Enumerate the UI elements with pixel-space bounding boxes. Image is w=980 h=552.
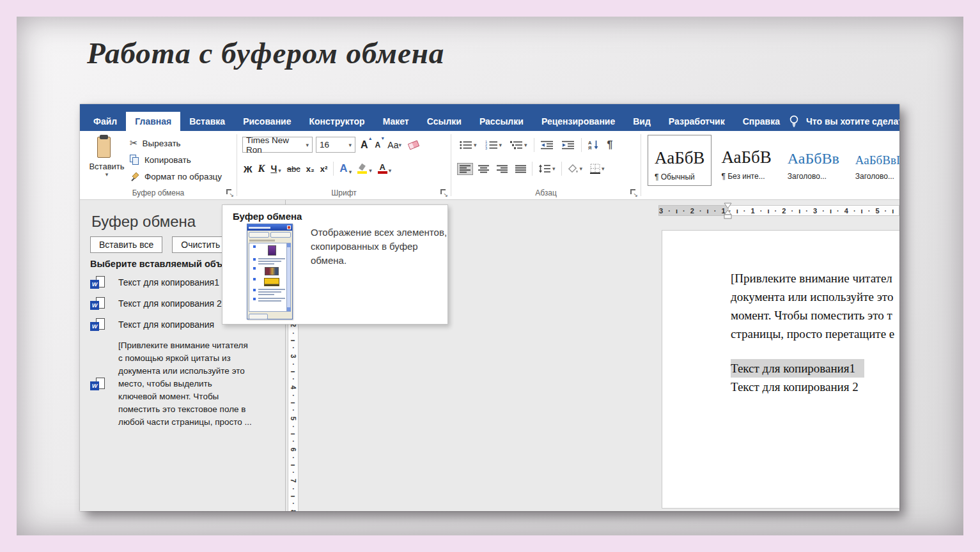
copy-button[interactable]: Копировать	[130, 151, 222, 168]
tell-me-box[interactable]: Что вы хотите сделать?	[789, 112, 899, 131]
bold-button[interactable]: Ж	[244, 164, 253, 174]
tab-view[interactable]: Вид	[624, 112, 660, 131]
tooltip-description: Отображение всех элементов, скопированны…	[311, 226, 448, 268]
word-document-icon: W	[90, 297, 105, 310]
clipboard-thumbnail	[247, 224, 293, 319]
chevron-down-icon: ▾	[474, 142, 477, 148]
doc-line: [Привлеките внимание читател	[731, 269, 894, 288]
style-sample: АаБбВв	[788, 138, 839, 167]
show-marks-button[interactable]: ¶	[605, 138, 615, 152]
lightbulb-icon	[789, 114, 799, 128]
subscript-button[interactable]: x₂	[306, 164, 315, 174]
style-heading2[interactable]: АаБбВвГ Заголово...	[849, 135, 899, 186]
thumbnail-titlebar	[247, 224, 292, 231]
tab-help[interactable]: Справка	[734, 112, 789, 131]
style-label: ¶ Без инте...	[721, 172, 771, 181]
shading-button[interactable]: ▾	[566, 163, 585, 175]
paste-button[interactable]: Вставить ▾	[87, 134, 127, 188]
borders-button[interactable]: ▾	[588, 162, 607, 175]
style-normal[interactable]: АаБбВ ¶ Обычный	[648, 135, 712, 186]
word-document-icon: W	[90, 318, 105, 331]
indent-icon	[562, 141, 575, 150]
paragraph-dialog-launcher[interactable]	[630, 189, 637, 196]
chevron-down-icon: ▾	[399, 142, 402, 148]
svg-text:3: 3	[485, 146, 487, 150]
paste-label: Вставить	[87, 162, 127, 171]
clipboard-dialog-launcher[interactable]	[226, 189, 233, 196]
thumb-text-item	[254, 258, 285, 264]
ribbon-tab-bar: Файл Главная Вставка Рисование Конструкт…	[80, 104, 899, 131]
brush-icon	[130, 171, 140, 181]
button-divider	[581, 138, 582, 152]
align-center-button[interactable]	[476, 164, 491, 174]
style-no-spacing[interactable]: АаБбВ ¶ Без инте...	[715, 135, 777, 186]
justify-button[interactable]	[513, 164, 528, 174]
tab-design[interactable]: Конструктор	[300, 112, 373, 131]
numbering-button[interactable]: 123 ▾	[483, 139, 504, 151]
button-divider	[561, 162, 562, 176]
indent-markers[interactable]	[723, 203, 733, 219]
text-effects-button[interactable]: А ▾	[339, 162, 352, 175]
tab-developer[interactable]: Разработчик	[660, 112, 734, 131]
horizontal-ruler[interactable]: 3 · ı · 2 · ı · 1 · ı · ı · 1 · ı · 2 · …	[658, 203, 899, 217]
italic-button[interactable]: К	[258, 163, 265, 174]
decrease-indent-button[interactable]	[539, 139, 556, 151]
strikethrough-button[interactable]: abc	[287, 164, 300, 174]
thumb-scrollbar	[286, 243, 290, 311]
tab-draw[interactable]: Рисование	[234, 112, 300, 131]
borders-icon	[590, 164, 600, 174]
highlight-color-button[interactable]: ▾	[357, 164, 372, 174]
line-spacing-icon	[538, 164, 551, 173]
shrink-font-button[interactable]: А ▼	[373, 137, 383, 153]
text-effects-letter: А	[339, 162, 347, 175]
style-heading1[interactable]: АаБбВв Заголово...	[781, 135, 846, 186]
font-color-button[interactable]: А ▾	[378, 164, 392, 174]
style-label: ¶ Обычный	[655, 172, 704, 181]
chevron-down-icon: ▾	[87, 171, 127, 178]
paste-all-button[interactable]: Вставить все	[90, 236, 162, 253]
line-spacing-button[interactable]: ▾	[536, 163, 557, 174]
clear-formatting-button[interactable]	[407, 137, 421, 153]
thumb-options-button	[249, 314, 268, 319]
font-dialog-launcher[interactable]	[440, 189, 447, 196]
align-right-button[interactable]	[495, 164, 509, 174]
thumb-image	[265, 267, 279, 275]
button-divider	[532, 162, 533, 176]
tab-file[interactable]: Файл	[84, 112, 126, 131]
align-right-icon	[497, 165, 508, 173]
tab-review[interactable]: Рецензирование	[533, 112, 624, 131]
tooltip-title: Буфер обмена	[233, 211, 302, 222]
multilevel-list-icon	[510, 141, 523, 150]
change-case-button[interactable]: Аа ▾	[385, 137, 403, 153]
selected-text[interactable]: Текст для копирования1	[731, 359, 864, 378]
svg-text:Я: Я	[588, 145, 591, 150]
format-painter-button[interactable]: Формат по образцу	[130, 168, 222, 185]
align-left-button[interactable]	[458, 164, 472, 174]
clipboard-item-4[interactable]: W [Привлеките внимание читателя с помощь…	[90, 339, 280, 429]
font-size-combo[interactable]: 16 ▾	[316, 137, 355, 153]
chevron-down-icon: ▾	[349, 169, 352, 175]
cut-label: Вырезать	[143, 139, 181, 148]
clipboard-item-text: Текст для копирования1	[118, 277, 219, 288]
bullets-button[interactable]: ▾	[458, 139, 479, 151]
document-page[interactable]: [Привлеките внимание читател документа и…	[662, 230, 899, 509]
tab-layout[interactable]: Макет	[374, 112, 418, 131]
sort-button[interactable]: АЯ	[586, 139, 601, 151]
increase-indent-button[interactable]	[560, 139, 577, 151]
tab-insert[interactable]: Вставка	[180, 112, 234, 131]
tab-mailings[interactable]: Рассылки	[471, 112, 533, 131]
document-text[interactable]: [Привлеките внимание читател документа и…	[731, 269, 894, 396]
font-name-combo[interactable]: Times New Ron ▾	[242, 137, 313, 153]
grow-font-button[interactable]: А ▲	[359, 137, 370, 153]
superscript-button[interactable]: x²	[320, 164, 328, 174]
multilevel-list-button[interactable]: ▾	[508, 139, 529, 151]
grow-font-letter: А	[361, 139, 368, 151]
thumb-item-list	[249, 243, 291, 312]
tab-home[interactable]: Главная	[126, 112, 180, 131]
close-icon	[287, 226, 291, 229]
underline-button[interactable]: Ч ▾	[270, 164, 281, 174]
clipboard-item-text: Текст для копирования	[118, 319, 214, 330]
copy-icon	[130, 155, 140, 165]
tab-references[interactable]: Ссылки	[418, 112, 471, 131]
cut-button[interactable]: ✂ Вырезать	[130, 135, 222, 151]
